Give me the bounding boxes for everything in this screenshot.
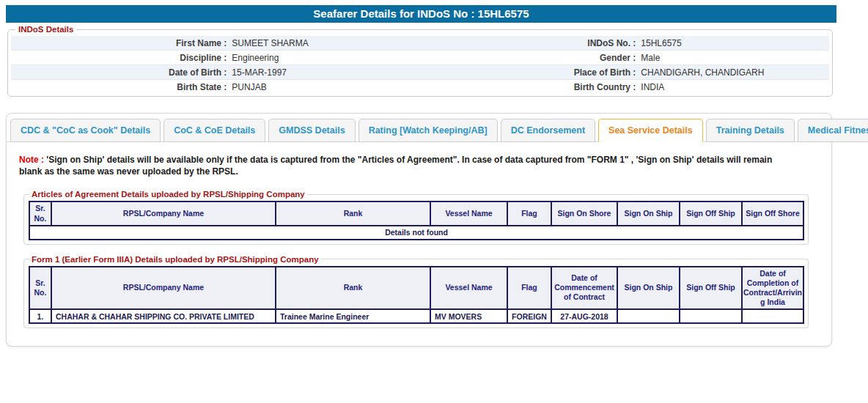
detail-row: First Name : SUMEET SHARMA INDoS No. : 1… [11,36,829,51]
detail-row: Date of Birth : 15-MAR-1997 Place of Bir… [11,65,829,80]
column-header: Sign Off Ship [680,267,742,310]
column-header: Flag [507,267,551,310]
sign-off-ship-cell [680,309,742,323]
detail-row: Discipline : Engineering Gender : Male [11,51,829,65]
table-header-row: Sr. No. RPSL/Company Name Rank Vessel Na… [29,267,803,310]
table-header-row: Sr. No. RPSL/Company Name Rank Vessel Na… [29,202,803,225]
column-header: Sign On Ship [617,267,680,310]
commencement-date-cell: 27-AUG-2018 [551,309,617,323]
note-text: 'Sign on Ship' details will be available… [19,155,772,177]
column-header: Flag [507,202,551,225]
column-header: RPSL/Company Name [51,202,276,225]
column-header: Sign Off Shore [742,202,803,225]
note-prefix: Note : [19,155,44,165]
tab-rating-watch-keeping-ab[interactable]: Rating [Watch Keeping/AB] [358,119,498,142]
seafarer-tab-panel: CDC & "CoC as Cook" Details CoC & CoE De… [6,113,832,347]
flag-cell: FOREIGN [507,309,551,323]
rank-cell: Trainee Marine Engineer [276,309,430,323]
birth-state-label: Birth State : [11,82,232,92]
tab-coc-coe-details[interactable]: CoC & CoE Details [163,119,265,142]
discipline-label: Discipline : [11,53,232,63]
page-title: Seafarer Details for INDoS No : 15HL6575 [6,5,836,23]
sea-service-tab-content: Note : 'Sign on Ship' details will be av… [7,142,831,346]
column-header: Sr. No. [29,267,51,310]
birth-state-value: PUNJAB [232,82,420,92]
table-row: Details not found [29,226,803,240]
completion-date-cell [742,309,803,323]
gender-value: Male [641,53,829,63]
column-header: RPSL/Company Name [51,267,276,310]
column-header: Sign On Shore [551,202,617,225]
first-name-value: SUMEET SHARMA [232,38,420,48]
tab-training-details[interactable]: Training Details [706,119,795,142]
details-not-found-message: Details not found [29,226,803,240]
date-of-birth-value: 15-MAR-1997 [232,67,420,78]
tab-sea-service-details[interactable]: Sea Service Details [598,119,703,142]
tab-cdc-coc-as-cook-details[interactable]: CDC & "CoC as Cook" Details [10,119,161,142]
place-of-birth-label: Place of Birth : [420,67,641,78]
column-header: Sign On Ship [617,202,680,225]
tab-dc-endorsement[interactable]: DC Endorsement [501,119,595,142]
tab-gmdss-details[interactable]: GMDSS Details [268,119,355,142]
date-of-birth-label: Date of Birth : [11,67,232,78]
indos-details-section: INDoS Details First Name : SUMEET SHARMA… [7,25,833,97]
detail-row: Birth State : PUNJAB Birth Country : IND… [11,80,829,95]
form1-caption: Form 1 (Earlier Form IIIA) Details uploa… [29,255,321,264]
sr-no-cell: 1. [29,309,51,323]
tab-strip: CDC & "CoC as Cook" Details CoC & CoE De… [7,114,831,142]
discipline-value: Engineering [232,53,420,63]
sign-on-ship-note: Note : 'Sign on Ship' details will be av… [19,154,787,177]
form1-table: Sr. No. RPSL/Company Name Rank Vessel Na… [29,266,804,325]
column-header: Rank [276,202,430,225]
first-name-label: First Name : [11,38,232,48]
articles-of-agreement-table: Sr. No. RPSL/Company Name Rank Vessel Na… [29,201,804,240]
sign-on-ship-cell [617,309,680,323]
column-header: Date of Commencement of Contract [551,267,617,310]
column-header: Vessel Name [430,202,507,225]
indos-no-value: 15HL6575 [641,38,829,48]
tab-medical-fitness-certificate[interactable]: Medical Fitness Certificate [798,119,868,142]
birth-country-value: INDIA [641,82,829,92]
table-row: 1. CHAHAR & CHAHAR SHIPPING CO. PRIVATE … [29,309,803,323]
indos-details-legend: INDoS Details [15,25,76,34]
gender-label: Gender : [420,53,641,63]
column-header: Date of Completion of Contract/Arriving … [742,267,803,310]
column-header: Rank [276,267,430,310]
birth-country-label: Birth Country : [420,82,641,92]
company-name-cell: CHAHAR & CHAHAR SHIPPING CO. PRIVATE LIM… [51,309,276,323]
articles-of-agreement-caption: Articles of Agreement Details uploaded b… [29,190,307,199]
place-of-birth-value: CHANDIGARH, CHANDIGARH [641,67,829,78]
articles-of-agreement-section: Articles of Agreement Details uploaded b… [23,190,809,244]
column-header: Sign Off Ship [680,202,742,225]
vessel-name-cell: MV MOVERS [430,309,507,323]
column-header: Sr. No. [29,202,51,225]
indos-no-label: INDoS No. : [420,38,641,48]
form1-section: Form 1 (Earlier Form IIIA) Details uploa… [23,255,809,329]
column-header: Vessel Name [430,267,507,310]
